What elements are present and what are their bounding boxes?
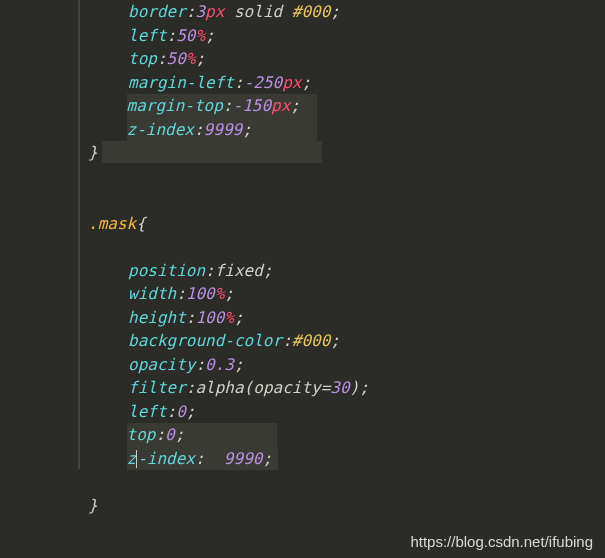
token-hex: #000 bbox=[292, 2, 331, 21]
token-colon: : bbox=[167, 402, 177, 421]
token-num: 50 bbox=[167, 49, 186, 68]
code-line: .mask{ bbox=[88, 212, 605, 236]
token-semi: ; bbox=[301, 73, 311, 92]
token-unit-pct: % bbox=[224, 308, 234, 327]
token-brace: { bbox=[136, 214, 146, 233]
token-selector: .mask bbox=[88, 214, 136, 233]
token-prop: left bbox=[128, 402, 167, 421]
token-colon: : bbox=[282, 331, 292, 350]
token-colon: : bbox=[205, 261, 215, 280]
code-line: z-index:9999; bbox=[88, 118, 605, 142]
code-line: left:0; bbox=[88, 400, 605, 424]
code-line bbox=[88, 235, 605, 259]
code-line: border:3px solid #000; bbox=[88, 0, 605, 24]
token-hex: #000 bbox=[292, 331, 331, 350]
token-prop: height bbox=[128, 308, 186, 327]
token-prop: margin-left bbox=[128, 73, 234, 92]
token-num: 100 bbox=[195, 308, 224, 327]
code-editor[interactable]: border:3px solid #000;left:50%;top:50%;m… bbox=[0, 0, 605, 517]
token-semi: ; bbox=[263, 261, 273, 280]
code-line: left:50%; bbox=[88, 24, 605, 48]
token-semi: ; bbox=[330, 2, 340, 21]
watermark-text: https://blog.csdn.net/ifubing bbox=[410, 533, 593, 550]
token-prop: position bbox=[128, 261, 205, 280]
token-num: 9990 bbox=[214, 449, 262, 468]
token-brace: } bbox=[88, 143, 98, 162]
token-unit-pct: % bbox=[186, 49, 196, 68]
token-prop: z bbox=[127, 449, 137, 468]
token-val-plain: opacity= bbox=[253, 378, 330, 397]
code-line: filter:alpha(opacity=30); bbox=[88, 376, 605, 400]
token-func: alpha bbox=[195, 378, 243, 397]
token-val-plain: fixed bbox=[215, 261, 263, 280]
token-unit-px: px bbox=[205, 2, 224, 21]
token-prop: left bbox=[128, 26, 167, 45]
token-unit-px: px bbox=[271, 96, 290, 115]
token-semi: ; bbox=[186, 402, 196, 421]
token-semi: ; bbox=[224, 284, 234, 303]
token-colon: : bbox=[155, 425, 165, 444]
code-line: } bbox=[88, 494, 605, 518]
code-line: opacity:0.3; bbox=[88, 353, 605, 377]
code-line bbox=[88, 470, 605, 494]
token-num: 100 bbox=[186, 284, 215, 303]
token-prop: top bbox=[127, 425, 156, 444]
code-line: background-color:#000; bbox=[88, 329, 605, 353]
token-semi: ; bbox=[205, 26, 215, 45]
token-func-paren: ) bbox=[350, 378, 360, 397]
code-line bbox=[88, 188, 605, 212]
token-unit-pct: % bbox=[195, 26, 205, 45]
code-line: height:100%; bbox=[88, 306, 605, 330]
code-line: margin-top:-150px; bbox=[88, 94, 605, 118]
token-semi: ; bbox=[359, 378, 369, 397]
token-unit-pct: % bbox=[215, 284, 225, 303]
token-semi: ; bbox=[195, 49, 205, 68]
token-brace: } bbox=[88, 496, 98, 515]
token-semi: ; bbox=[262, 449, 272, 468]
code-line: margin-left:-250px; bbox=[88, 71, 605, 95]
token-num: 30 bbox=[330, 378, 349, 397]
token-semi: ; bbox=[330, 331, 340, 350]
token-val-plain: solid bbox=[224, 2, 291, 21]
code-line bbox=[88, 165, 605, 189]
token-prop: filter bbox=[128, 378, 186, 397]
token-prop: width bbox=[128, 284, 176, 303]
token-num: 0 bbox=[165, 425, 175, 444]
token-prop: background-color bbox=[128, 331, 282, 350]
token-colon: : bbox=[186, 308, 196, 327]
code-container: border:3px solid #000;left:50%;top:50%;m… bbox=[88, 0, 605, 517]
token-colon: : bbox=[157, 49, 167, 68]
token-semi: ; bbox=[242, 120, 252, 139]
token-colon: : bbox=[186, 378, 196, 397]
text-cursor bbox=[136, 450, 137, 468]
token-colon: : bbox=[176, 284, 186, 303]
token-prop: -index bbox=[137, 449, 195, 468]
token-num: 0.3 bbox=[205, 355, 234, 374]
token-colon: : bbox=[194, 120, 204, 139]
token-prop: margin-top bbox=[127, 96, 223, 115]
token-prop: z-index bbox=[127, 120, 194, 139]
token-prop: border bbox=[128, 2, 186, 21]
token-num: 0 bbox=[176, 402, 186, 421]
token-num: -150 bbox=[233, 96, 272, 115]
token-colon: : bbox=[186, 2, 196, 21]
token-prop: opacity bbox=[128, 355, 195, 374]
token-colon: : bbox=[195, 355, 205, 374]
token-semi: ; bbox=[290, 96, 300, 115]
token-func-paren: ( bbox=[244, 378, 254, 397]
indent-guide bbox=[78, 0, 80, 469]
token-semi: ; bbox=[234, 308, 244, 327]
token-semi: ; bbox=[175, 425, 185, 444]
token-semi: ; bbox=[234, 355, 244, 374]
token-num: 50 bbox=[176, 26, 195, 45]
token-num: 3 bbox=[195, 2, 205, 21]
token-colon: : bbox=[167, 26, 177, 45]
token-prop: top bbox=[128, 49, 157, 68]
code-line: top:0; bbox=[88, 423, 605, 447]
token-unit-px: px bbox=[282, 73, 301, 92]
token-colon: : bbox=[223, 96, 233, 115]
token-colon: : bbox=[234, 73, 244, 92]
token-num: 9999 bbox=[204, 120, 243, 139]
code-line: position:fixed; bbox=[88, 259, 605, 283]
code-line: } bbox=[88, 141, 605, 165]
